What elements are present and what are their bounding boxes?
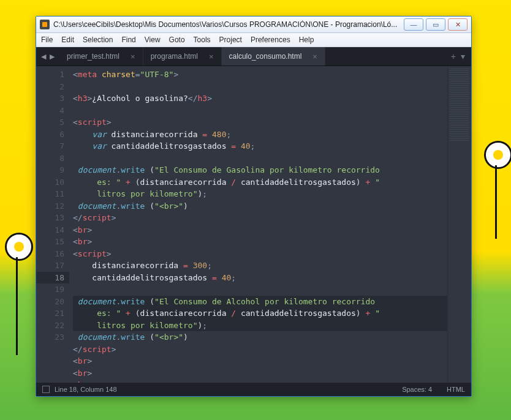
tab-primer_test-html[interactable]: primer_test.html×	[59, 47, 143, 66]
close-button[interactable]: ✕	[448, 18, 467, 31]
tab-calculo_consumo-html[interactable]: calculo_consumo.html×	[222, 47, 325, 66]
status-bar: Line 18, Column 148 Spaces: 4 HTML	[36, 383, 471, 396]
menu-selection[interactable]: Selection	[83, 36, 113, 44]
maximize-button[interactable]: ▭	[426, 18, 445, 31]
menu-project[interactable]: Project	[219, 36, 242, 44]
app-icon	[40, 20, 50, 29]
menu-goto[interactable]: Goto	[169, 36, 185, 44]
minimize-button[interactable]: —	[404, 18, 423, 31]
menu-view[interactable]: View	[145, 36, 161, 44]
tab-label: primer_test.html	[67, 52, 119, 61]
cursor-position[interactable]: Line 18, Column 148	[55, 386, 117, 393]
tab-label: calculo_consumo.html	[229, 52, 302, 61]
menu-preferences[interactable]: Preferences	[251, 36, 290, 44]
flower-stem	[495, 165, 497, 239]
menu-tools[interactable]: Tools	[194, 36, 211, 44]
tab-dropdown-icon[interactable]: ▾	[461, 51, 465, 61]
tab-forward-icon[interactable]: ▶	[50, 53, 55, 61]
titlebar[interactable]: C:\Users\ceeCibils\Desktop\Mis Documento…	[36, 17, 471, 33]
menu-file[interactable]: File	[41, 36, 53, 44]
app-window: C:\Users\ceeCibils\Desktop\Mis Documento…	[36, 16, 472, 397]
menu-edit[interactable]: Edit	[61, 36, 74, 44]
indent-setting[interactable]: Spaces: 4	[402, 386, 432, 393]
tab-label: programa.html	[151, 52, 198, 61]
tab-history-nav: ◀ ▶	[36, 47, 59, 66]
flower-doodle	[484, 141, 511, 169]
status-indicator-icon[interactable]	[42, 386, 50, 393]
tab-close-icon[interactable]: ×	[209, 52, 214, 61]
menu-help[interactable]: Help	[299, 36, 314, 44]
menu-bar: File Edit Selection Find View Goto Tools…	[36, 33, 471, 47]
tab-bar: ◀ ▶ primer_test.html×programa.html×calcu…	[36, 47, 471, 66]
menu-find[interactable]: Find	[121, 36, 135, 44]
new-tab-button[interactable]: +	[451, 51, 456, 61]
flower-doodle	[5, 233, 33, 261]
syntax-setting[interactable]: HTML	[447, 386, 465, 393]
editor-area[interactable]: 1234567891011121314151617181920212223 <m…	[36, 66, 471, 383]
tab-back-icon[interactable]: ◀	[41, 53, 46, 61]
tab-close-icon[interactable]: ×	[312, 52, 317, 61]
flower-stem	[16, 257, 18, 355]
window-title: C:\Users\ceeCibils\Desktop\Mis Documento…	[53, 20, 404, 29]
minimap[interactable]	[447, 66, 471, 383]
code-content[interactable]: <meta charset="UTF-8"> <h3>¿Alcohol o ga…	[69, 66, 447, 383]
tab-close-icon[interactable]: ×	[131, 52, 135, 61]
tab-programa-html[interactable]: programa.html×	[143, 47, 222, 66]
line-gutter: 1234567891011121314151617181920212223	[36, 66, 69, 383]
